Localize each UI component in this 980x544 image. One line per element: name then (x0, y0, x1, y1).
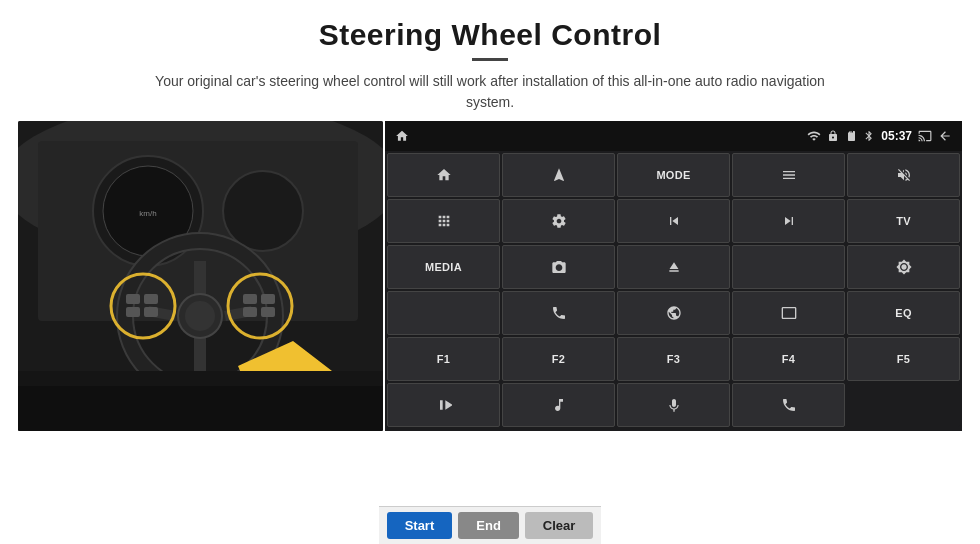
btn-360[interactable] (502, 245, 615, 289)
btn-f3[interactable]: F3 (617, 337, 730, 381)
svg-text:km/h: km/h (139, 209, 156, 218)
btn-browse[interactable] (617, 291, 730, 335)
cast-icon (918, 129, 932, 143)
subtitle-text: Your original car's steering wheel contr… (140, 71, 840, 113)
svg-rect-24 (261, 307, 275, 317)
status-time: 05:37 (881, 129, 912, 143)
sd-icon (845, 130, 857, 142)
head-unit-section: 05:37 (385, 121, 962, 431)
btn-screen[interactable] (732, 291, 845, 335)
back-icon (938, 129, 952, 143)
btn-playpause[interactable] (387, 383, 500, 427)
bottom-bar: Start End Clear (379, 506, 602, 544)
btn-f5[interactable]: F5 (847, 337, 960, 381)
btn-list[interactable] (732, 153, 845, 197)
svg-rect-23 (243, 307, 257, 317)
btn-dvd[interactable] (387, 291, 500, 335)
wifi-icon (807, 129, 821, 143)
svg-rect-21 (243, 294, 257, 304)
clear-button[interactable]: Clear (525, 512, 594, 539)
btn-brightness[interactable] (847, 245, 960, 289)
btn-f4[interactable]: F4 (732, 337, 845, 381)
car-image-section: km/h (18, 121, 383, 431)
btn-settings[interactable] (502, 199, 615, 243)
btn-callend[interactable] (732, 383, 845, 427)
content-area: km/h (0, 121, 980, 506)
btn-empty1 (847, 383, 960, 427)
header-section: Steering Wheel Control Your original car… (0, 0, 980, 121)
svg-rect-19 (126, 307, 140, 317)
btn-prev[interactable] (617, 199, 730, 243)
svg-rect-17 (126, 294, 140, 304)
start-button[interactable]: Start (387, 512, 453, 539)
svg-rect-18 (144, 294, 158, 304)
svg-rect-20 (144, 307, 158, 317)
btn-mute[interactable] (847, 153, 960, 197)
page-container: Steering Wheel Control Your original car… (0, 0, 980, 544)
button-grid: MODE TV (385, 151, 962, 431)
btn-mic[interactable] (617, 383, 730, 427)
btn-next[interactable] (732, 199, 845, 243)
btn-f2[interactable]: F2 (502, 337, 615, 381)
btn-radio[interactable] (732, 245, 845, 289)
svg-rect-22 (261, 294, 275, 304)
btn-media[interactable]: MEDIA (387, 245, 500, 289)
btn-music[interactable] (502, 383, 615, 427)
svg-rect-27 (18, 386, 383, 431)
btn-f1[interactable]: F1 (387, 337, 500, 381)
btn-apps[interactable] (387, 199, 500, 243)
bluetooth-icon (863, 130, 875, 142)
title-divider (472, 58, 508, 61)
btn-phone[interactable] (502, 291, 615, 335)
home-status-icon (395, 129, 409, 143)
page-title: Steering Wheel Control (60, 18, 920, 52)
lock-icon (827, 130, 839, 142)
svg-point-14 (185, 301, 215, 331)
btn-home[interactable] (387, 153, 500, 197)
svg-point-6 (223, 171, 303, 251)
btn-eject[interactable] (617, 245, 730, 289)
end-button[interactable]: End (458, 512, 519, 539)
steering-wheel-image: km/h (18, 121, 383, 431)
btn-tv[interactable]: TV (847, 199, 960, 243)
btn-mode[interactable]: MODE (617, 153, 730, 197)
status-bar: 05:37 (385, 121, 962, 151)
status-right: 05:37 (807, 129, 952, 143)
status-left (395, 129, 409, 143)
btn-nav[interactable] (502, 153, 615, 197)
btn-eq[interactable]: EQ (847, 291, 960, 335)
